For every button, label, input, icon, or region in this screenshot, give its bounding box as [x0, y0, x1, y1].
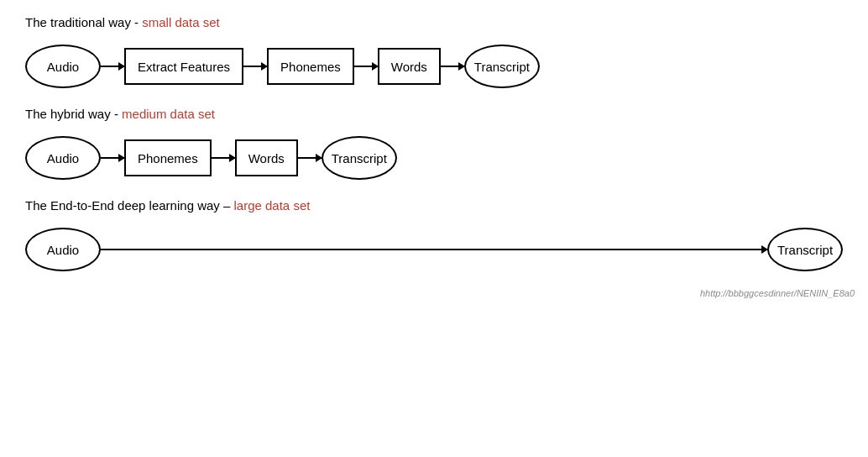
long-arrow	[101, 249, 767, 250]
node-transcript-3: Transcript	[767, 228, 843, 271]
section-e2e: The End-to-End deep learning way – large…	[25, 198, 843, 271]
node-transcript-2: Transcript	[322, 136, 397, 180]
section-hybrid: The hybrid way - medium data set Audio P…	[25, 107, 843, 180]
label-transcript-2: Transcript	[332, 151, 387, 165]
section-title-hybrid: The hybrid way - medium data set	[25, 107, 843, 121]
label-extract-features: Extract Features	[138, 60, 230, 74]
label-words-2: Words	[248, 151, 285, 165]
title-highlight-3: large data set	[234, 198, 311, 213]
label-transcript-3: Transcript	[777, 243, 833, 257]
node-audio-2: Audio	[25, 136, 101, 180]
title-prefix-2: The hybrid way -	[25, 107, 122, 121]
title-highlight-2: medium data set	[122, 107, 215, 121]
diagram-container: The traditional way - small data set Aud…	[0, 0, 868, 305]
label-audio-2: Audio	[47, 151, 79, 165]
flow-row-hybrid: Audio Phonemes Words Transcript	[25, 136, 843, 180]
node-transcript-1: Transcript	[464, 45, 540, 88]
arrow-6	[212, 157, 235, 159]
arrow-4	[441, 66, 464, 67]
flow-row-traditional: Audio Extract Features Phonemes Words	[25, 45, 843, 88]
label-phonemes-2: Phonemes	[138, 151, 198, 165]
label-audio-3: Audio	[47, 243, 79, 257]
node-words-1: Words	[378, 48, 441, 85]
node-audio-1: Audio	[25, 45, 101, 88]
arrow-7	[298, 157, 322, 159]
section-traditional: The traditional way - small data set Aud…	[25, 15, 843, 88]
label-phonemes-1: Phonemes	[280, 60, 341, 74]
watermark: hhttp://bbbggcesdinner/NENIIN_E8a0	[700, 288, 855, 298]
title-prefix-3: The End-to-End deep learning way –	[25, 198, 234, 213]
label-transcript-1: Transcript	[474, 60, 530, 74]
arrow-1	[101, 66, 124, 67]
flow-row-e2e: Audio Transcript	[25, 228, 843, 271]
node-phonemes-2: Phonemes	[124, 139, 212, 176]
node-extract-features: Extract Features	[124, 48, 243, 85]
arrow-3	[354, 66, 378, 67]
node-phonemes-1: Phonemes	[267, 48, 354, 85]
arrow-5	[101, 157, 124, 159]
label-audio-1: Audio	[47, 60, 79, 74]
section-title-e2e: The End-to-End deep learning way – large…	[25, 198, 843, 213]
section-title-traditional: The traditional way - small data set	[25, 15, 843, 29]
label-words-1: Words	[391, 60, 427, 74]
arrow-2	[243, 66, 267, 67]
title-prefix-1: The traditional way -	[25, 15, 142, 29]
title-highlight-1: small data set	[142, 15, 220, 29]
node-audio-3: Audio	[25, 228, 101, 271]
node-words-2: Words	[235, 139, 298, 176]
